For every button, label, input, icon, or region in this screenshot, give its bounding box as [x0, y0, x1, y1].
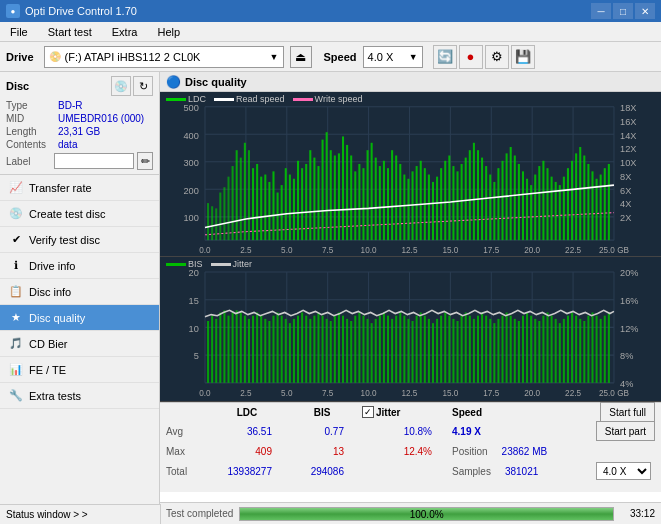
record-button[interactable]: ●: [459, 45, 483, 69]
svg-rect-81: [362, 168, 364, 240]
svg-text:2.5: 2.5: [240, 387, 252, 397]
svg-rect-140: [604, 168, 606, 240]
svg-rect-113: [493, 182, 495, 240]
svg-rect-189: [248, 319, 250, 383]
fe-te-label: FE / TE: [29, 364, 66, 376]
close-button[interactable]: ✕: [635, 3, 655, 19]
svg-rect-275: [600, 319, 602, 383]
label-input[interactable]: [54, 153, 134, 169]
svg-rect-79: [354, 171, 356, 240]
svg-rect-197: [281, 316, 283, 383]
svg-rect-84: [375, 158, 377, 241]
svg-text:12.5: 12.5: [402, 387, 418, 397]
svg-text:16%: 16%: [620, 295, 639, 306]
svg-rect-50: [236, 150, 238, 240]
svg-rect-85: [379, 166, 381, 240]
type-val: BD-R: [58, 100, 82, 111]
svg-rect-218: [367, 319, 369, 383]
svg-rect-193: [264, 319, 266, 383]
start-part-button[interactable]: Start part: [596, 421, 655, 441]
svg-rect-238: [448, 316, 450, 383]
cd-bier-label: CD Bier: [29, 338, 68, 350]
svg-rect-224: [391, 319, 393, 383]
svg-rect-268: [571, 312, 573, 382]
disc-refresh-btn[interactable]: ↻: [133, 76, 153, 96]
speed-col-header: Speed: [452, 407, 532, 418]
eject-button[interactable]: ⏏: [290, 46, 312, 68]
sidebar-item-fe-te[interactable]: 📊 FE / TE: [0, 357, 159, 383]
svg-rect-51: [240, 158, 242, 241]
svg-rect-68: [309, 150, 311, 240]
charts-area: LDC Read speed Write speed: [160, 92, 661, 502]
svg-rect-194: [268, 321, 270, 383]
svg-rect-124: [538, 166, 540, 240]
refresh-button[interactable]: 🔄: [433, 45, 457, 69]
svg-rect-130: [563, 177, 565, 240]
speed-dropdown[interactable]: 4.0 X 2.0 X 1.0 X: [596, 462, 651, 480]
start-full-button[interactable]: Start full: [600, 402, 655, 422]
svg-rect-63: [289, 175, 291, 241]
svg-rect-232: [424, 316, 426, 383]
svg-rect-212: [342, 316, 344, 383]
drive-select[interactable]: 📀 (F:) ATAPI iHBS112 2 CL0K ▼: [44, 46, 284, 68]
menu-extra[interactable]: Extra: [106, 25, 144, 39]
svg-rect-103: [452, 166, 454, 240]
svg-rect-78: [350, 155, 352, 240]
svg-rect-186: [236, 310, 238, 383]
svg-rect-43: [207, 203, 209, 240]
svg-rect-138: [596, 179, 598, 240]
svg-rect-89: [395, 155, 397, 240]
samples-val: 381021: [505, 466, 538, 477]
menu-help[interactable]: Help: [151, 25, 186, 39]
drivebar: Drive 📀 (F:) ATAPI iHBS112 2 CL0K ▼ ⏏ Sp…: [0, 42, 661, 72]
create-test-disc-label: Create test disc: [29, 208, 105, 220]
disc-icon-btn[interactable]: 💿: [111, 76, 131, 96]
maximize-button[interactable]: □: [613, 3, 633, 19]
svg-rect-235: [436, 319, 438, 383]
svg-rect-104: [457, 171, 459, 240]
svg-rect-220: [375, 319, 377, 383]
save-button[interactable]: 💾: [511, 45, 535, 69]
svg-rect-129: [559, 185, 561, 240]
svg-rect-136: [587, 164, 589, 240]
menu-starttest[interactable]: Start test: [42, 25, 98, 39]
svg-rect-111: [485, 166, 487, 240]
jitter-checkbox[interactable]: ✓: [362, 406, 374, 418]
chart-title: Disc quality: [185, 76, 247, 88]
svg-rect-46: [219, 193, 221, 241]
sidebar-item-extra-tests[interactable]: 🔧 Extra tests: [0, 383, 159, 409]
svg-rect-231: [420, 312, 422, 382]
sidebar-item-disc-quality[interactable]: ★ Disc quality: [0, 305, 159, 331]
type-key: Type: [6, 100, 58, 111]
svg-text:16X: 16X: [620, 117, 637, 127]
svg-rect-208: [326, 319, 328, 383]
sidebar-item-create-test-disc[interactable]: 💿 Create test disc: [0, 201, 159, 227]
speed-select[interactable]: 4.0 X ▼: [363, 46, 423, 68]
status-window-button[interactable]: Status window > >: [0, 504, 161, 524]
svg-rect-196: [277, 312, 279, 382]
svg-rect-246: [481, 312, 483, 382]
svg-text:100: 100: [183, 213, 198, 223]
svg-rect-58: [268, 182, 270, 240]
label-edit-btn[interactable]: ✏: [137, 152, 153, 170]
minimize-button[interactable]: ─: [591, 3, 611, 19]
svg-text:25.0 GB: 25.0 GB: [599, 245, 629, 255]
svg-text:5: 5: [194, 350, 199, 361]
svg-rect-190: [252, 316, 254, 383]
sidebar-item-transfer-rate[interactable]: 📈 Transfer rate: [0, 175, 159, 201]
sidebar-item-cd-bier[interactable]: 🎵 CD Bier: [0, 331, 159, 357]
svg-rect-141: [608, 164, 610, 240]
svg-rect-108: [473, 143, 475, 240]
jitter-legend-label: Jitter: [233, 259, 253, 269]
chart-header: 🔵 Disc quality: [160, 72, 661, 92]
total-bis: 294086: [292, 466, 352, 477]
sidebar-item-disc-info[interactable]: 📋 Disc info: [0, 279, 159, 305]
sidebar-item-verify-test-disc[interactable]: ✔ Verify test disc: [0, 227, 159, 253]
svg-rect-132: [571, 161, 573, 240]
svg-rect-227: [403, 316, 405, 383]
settings-button[interactable]: ⚙: [485, 45, 509, 69]
sidebar-item-drive-info[interactable]: ℹ Drive info: [0, 253, 159, 279]
svg-rect-119: [518, 164, 520, 240]
menu-file[interactable]: File: [4, 25, 34, 39]
nav-list: 📈 Transfer rate 💿 Create test disc ✔ Ver…: [0, 175, 159, 409]
